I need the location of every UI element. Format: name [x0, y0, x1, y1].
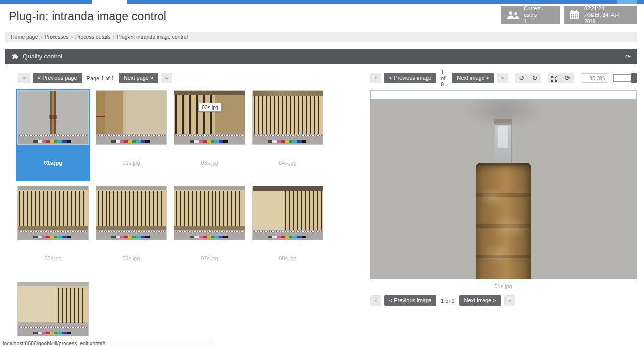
calibration-area [18, 325, 88, 336]
panel-body: « < Previous page Page 1 of 1 Next page … [5, 64, 637, 347]
calibration-strip [111, 140, 150, 143]
panel-title: Quality control [23, 53, 62, 60]
breadcrumb-item[interactable]: Process details [75, 34, 110, 40]
reload-image-icon[interactable]: ⟳ [561, 73, 574, 83]
thumbnail-cell[interactable]: 07s.jpg [172, 184, 247, 277]
thumbnail-image[interactable] [252, 90, 323, 145]
thumbnail-image[interactable] [96, 186, 167, 240]
puzzle-icon [11, 53, 18, 60]
preview-header-strip [370, 90, 637, 99]
previous-image-button-bottom[interactable]: < Previous image [384, 295, 436, 306]
thumbnail-cell[interactable]: 05s.jpg [16, 184, 90, 277]
breadcrumb: Home page›Processes›Process details›Plug… [5, 32, 637, 42]
scroll-finial [495, 123, 512, 164]
calibration-strip [190, 140, 228, 143]
thumbnail-image[interactable] [252, 186, 323, 240]
thumbnail-image[interactable] [17, 90, 89, 145]
calibration-area [253, 134, 323, 144]
calibration-strip [190, 236, 228, 238]
calibration-strip [33, 332, 71, 334]
thumbnail-label: 03s.jpg [201, 160, 218, 166]
zoom-percent-input[interactable] [582, 73, 607, 83]
thumbnail-image[interactable] [17, 282, 89, 336]
top-menu-gap [92, 0, 127, 4]
next-image-button-bottom[interactable]: Next image > [459, 295, 501, 306]
thumbnail-cell[interactable]: 06s.jpg [94, 184, 168, 277]
current-users-badge: Current users 1 [501, 6, 560, 24]
previous-page-button[interactable]: < Previous page [33, 73, 82, 83]
calibration-strip [111, 236, 150, 238]
breadcrumb-item[interactable]: Processes [45, 34, 69, 40]
image-pager-label: 1 of 9 [439, 69, 449, 87]
rotate-right-icon[interactable]: ↻ [528, 73, 541, 83]
breadcrumb-item: Plug-in: intranda image control [117, 34, 188, 40]
top-menu-active-item [617, 0, 637, 4]
clock-badge: 02:21:24 水曜日, 24. 4月 2019 [564, 6, 637, 24]
panel-header: Quality control ⟳ [5, 49, 637, 64]
thumbnail-image[interactable] [96, 90, 167, 145]
breadcrumb-separator: › [113, 34, 114, 40]
page: Plug-in: intranda image control Current … [0, 0, 644, 347]
first-image-button-bottom[interactable]: « [370, 295, 381, 306]
thumbnail-image[interactable] [174, 186, 245, 240]
thumbnail-cell[interactable]: 02s.jpg [94, 89, 168, 181]
current-users-count: 1 [524, 18, 555, 25]
last-page-button[interactable]: » [161, 73, 172, 83]
current-users-label: Current users [524, 5, 555, 18]
thumbnail-grid: 03s.jpg 01s.jpg [16, 89, 370, 347]
previous-image-button[interactable]: < Previous image [384, 73, 436, 83]
calibration-area [96, 230, 166, 240]
status-bar: localhost:8888/goobi/uii/process_edit.xh… [0, 340, 214, 347]
fullscreen-icon[interactable] [548, 73, 561, 83]
clock-date: 水曜日, 24. 4月 2019 [584, 12, 632, 25]
page-title: Plug-in: intranda image control [9, 10, 166, 23]
thumbnail-tooltip: 03s.jpg [198, 103, 222, 112]
thumbnail-cell[interactable]: 04s.jpg [251, 89, 325, 181]
main-preview-image[interactable] [370, 99, 637, 279]
preview-caption: 01s.jpg [370, 283, 637, 289]
image-viewer: « < Previous image 1 of 9 Next image > »… [370, 73, 637, 306]
rotate-group: ↺ ↻ [515, 73, 541, 83]
users-icon [506, 11, 519, 19]
clock-time: 02:21:24 [584, 5, 632, 12]
calendar-icon [569, 9, 580, 20]
rotate-left-icon[interactable]: ↺ [515, 73, 528, 83]
breadcrumb-separator: › [71, 34, 73, 40]
thumbnail-image[interactable] [174, 90, 245, 145]
calibration-strip [33, 236, 71, 238]
page-pager-label: Page 1 of 1 [85, 75, 116, 81]
next-page-button[interactable]: Next page > [119, 73, 159, 83]
calibration-strip [268, 236, 306, 238]
thumbnail-cell[interactable]: 08s.jpg [251, 184, 325, 277]
last-image-button-bottom[interactable]: » [504, 295, 516, 306]
calibration-area [253, 230, 323, 240]
zoom-slider[interactable] [613, 74, 637, 82]
calibration-strip [33, 140, 71, 143]
image-pager-bottom: « < Previous image 1 of 9 Next image > » [370, 295, 637, 306]
breadcrumb-item[interactable]: Home page [11, 34, 38, 40]
first-image-button[interactable]: « [370, 73, 381, 83]
thumbnail-label: 07s.jpg [201, 255, 218, 261]
thumbnail-label: 08s.jpg [279, 255, 296, 261]
zoom-slider-handle[interactable] [631, 73, 637, 83]
image-pager-label-bottom: 1 of 9 [439, 298, 456, 304]
calibration-area [96, 134, 166, 144]
viewer-toolbar: « < Previous image 1 of 9 Next image > »… [370, 73, 637, 83]
panel-refresh-icon[interactable]: ⟳ [625, 53, 631, 60]
thumbnail-image[interactable] [17, 186, 89, 240]
thumbnail-cell[interactable]: 01s.jpg [16, 89, 90, 181]
thumbnail-label: 01s.jpg [44, 160, 62, 166]
calibration-area [174, 230, 245, 240]
thumbnail-cell[interactable]: 09s.jpg [16, 280, 90, 347]
thumbnail-browser: « < Previous page Page 1 of 1 Next page … [16, 73, 370, 347]
last-image-button[interactable]: » [497, 73, 508, 83]
top-menu-strip [0, 0, 644, 4]
quality-control-panel: Quality control ⟳ « < Previous page Page… [5, 49, 637, 347]
calibration-strip [268, 140, 306, 143]
thumbnail-label: 04s.jpg [279, 160, 296, 166]
first-page-button[interactable]: « [18, 73, 30, 83]
calibration-area [174, 134, 245, 144]
next-image-button[interactable]: Next image > [452, 73, 494, 83]
page-pager: « < Previous page Page 1 of 1 Next page … [18, 73, 370, 83]
calibration-area [18, 230, 88, 240]
